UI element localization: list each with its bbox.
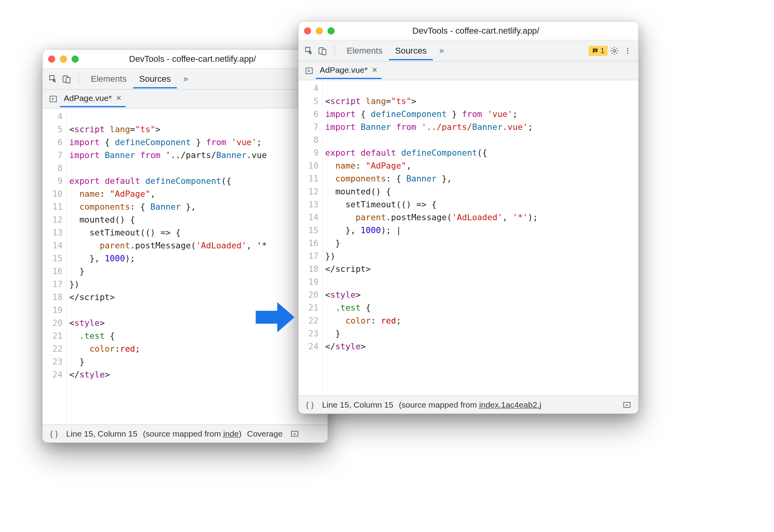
drawer-icon[interactable] xyxy=(620,398,634,412)
file-tab-bar: AdPage.vue* ✕ xyxy=(299,61,638,80)
status-bar: { } Line 15, Column 15 (source mapped fr… xyxy=(299,395,638,413)
close-tab-icon[interactable]: ✕ xyxy=(116,94,122,102)
toolbar: Elements Sources » xyxy=(43,68,328,90)
navigator-icon[interactable] xyxy=(302,64,316,77)
close-button[interactable] xyxy=(48,56,55,63)
minimize-button[interactable] xyxy=(60,56,67,63)
code-editor[interactable]: 456789101112131415161718192021222324 <sc… xyxy=(43,108,328,424)
gutter-right: 456789101112131415161718192021222324 xyxy=(299,80,323,395)
drawer-icon[interactable] xyxy=(288,427,301,440)
coverage-label[interactable]: Coverage xyxy=(247,429,283,439)
devtools-window-right: DevTools - coffee-cart.netlify.app/ Elem… xyxy=(298,21,639,414)
navigator-icon[interactable] xyxy=(47,92,60,106)
mapped-text: (source mapped from index.1ac4eab2.j xyxy=(399,400,541,410)
device-icon[interactable] xyxy=(316,44,329,58)
warning-count: 1 xyxy=(600,47,605,55)
tab-elements[interactable]: Elements xyxy=(85,74,133,84)
svg-point-8 xyxy=(613,49,616,52)
toolbar: Elements Sources » 1 xyxy=(299,40,638,61)
titlebar: DevTools - coffee-cart.netlify.app/ xyxy=(299,22,638,40)
svg-rect-1 xyxy=(66,77,70,83)
tab-sources[interactable]: Sources xyxy=(389,46,433,60)
braces-icon[interactable]: { } xyxy=(303,398,317,412)
inspect-icon[interactable] xyxy=(47,72,60,86)
file-tab-label: AdPage.vue* xyxy=(320,65,368,75)
more-tabs-icon[interactable]: » xyxy=(433,46,450,56)
status-bar: { } Line 15, Column 15 (source mapped fr… xyxy=(43,424,328,442)
svg-rect-7 xyxy=(595,51,596,52)
warning-badge[interactable]: 1 xyxy=(589,46,608,56)
device-icon[interactable] xyxy=(60,72,73,86)
titlebar: DevTools - coffee-cart.netlify.app/ xyxy=(43,50,328,68)
maximize-button[interactable] xyxy=(328,27,335,34)
traffic-lights xyxy=(304,27,335,34)
minimize-button[interactable] xyxy=(316,27,323,34)
code-right[interactable]: <script lang="ts">import { defineCompone… xyxy=(323,80,638,395)
devtools-window-left: DevTools - coffee-cart.netlify.app/ Elem… xyxy=(42,49,328,443)
traffic-lights xyxy=(48,56,79,63)
file-tab[interactable]: AdPage.vue* ✕ xyxy=(316,63,382,79)
maximize-button[interactable] xyxy=(72,56,79,63)
file-tab-bar: AdPage.vue* ✕ xyxy=(43,90,328,108)
svg-point-11 xyxy=(627,52,628,54)
close-button[interactable] xyxy=(304,27,311,34)
window-title: DevTools - coffee-cart.netlify.app/ xyxy=(86,54,322,64)
source-map-link[interactable]: inde xyxy=(223,429,239,438)
file-tab[interactable]: AdPage.vue* ✕ xyxy=(60,91,126,107)
svg-point-9 xyxy=(627,48,628,49)
svg-point-10 xyxy=(627,50,628,51)
gear-icon[interactable] xyxy=(608,44,621,58)
tab-elements[interactable]: Elements xyxy=(340,46,389,56)
code-editor[interactable]: 456789101112131415161718192021222324 <sc… xyxy=(299,80,638,395)
window-title: DevTools - coffee-cart.netlify.app/ xyxy=(342,26,633,36)
cursor-position: Line 15, Column 15 xyxy=(66,429,137,439)
tab-sources[interactable]: Sources xyxy=(133,74,177,88)
gutter-left: 456789101112131415161718192021222324 xyxy=(43,108,67,424)
svg-rect-6 xyxy=(595,49,596,51)
kebab-icon[interactable] xyxy=(621,44,634,58)
braces-icon[interactable]: { } xyxy=(47,427,61,440)
file-tab-label: AdPage.vue* xyxy=(64,93,112,103)
close-tab-icon[interactable]: ✕ xyxy=(372,66,378,74)
source-map-link[interactable]: index.1ac4eab2.j xyxy=(479,400,542,409)
more-tabs-icon[interactable]: » xyxy=(177,74,194,84)
code-left[interactable]: <script lang="ts">import { defineCompone… xyxy=(67,108,328,424)
inspect-icon[interactable] xyxy=(302,44,316,58)
svg-rect-5 xyxy=(322,49,326,55)
arrow-icon xyxy=(254,296,297,339)
mapped-text: (source mapped from inde) xyxy=(143,429,241,439)
cursor-position: Line 15, Column 15 xyxy=(322,400,393,410)
